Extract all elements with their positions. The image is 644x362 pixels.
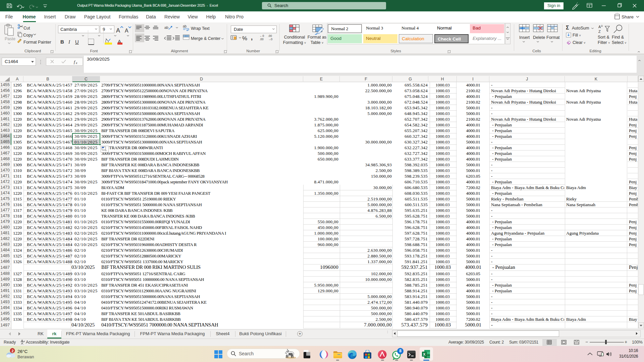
svg-text:A: A xyxy=(116,27,120,34)
svg-text:.00: .00 xyxy=(260,38,264,41)
svg-text:Format Painter: Format Painter xyxy=(23,40,51,45)
svg-text:Cut: Cut xyxy=(23,26,30,31)
svg-text:%: % xyxy=(242,35,247,42)
svg-text:U: U xyxy=(75,39,79,45)
svg-text:ab: ab xyxy=(164,25,168,29)
svg-text:2: 2 xyxy=(11,349,13,353)
svg-text:.00: .00 xyxy=(268,34,272,38)
svg-text:←0: ←0 xyxy=(260,34,264,38)
svg-text:A: A xyxy=(598,25,601,29)
svg-text:Paste: Paste xyxy=(5,37,15,41)
svg-text:ab: ab xyxy=(183,24,187,28)
svg-text:X: X xyxy=(423,352,426,356)
svg-text:A: A xyxy=(125,28,128,34)
svg-text:Share: Share xyxy=(622,14,634,19)
svg-text:x: x xyxy=(75,61,77,65)
svg-text:Z: Z xyxy=(598,29,601,34)
svg-text:I: I xyxy=(68,39,70,45)
svg-text:,: , xyxy=(251,34,253,41)
svg-text:Copy: Copy xyxy=(23,33,33,38)
svg-text:B: B xyxy=(60,39,64,45)
svg-text:→0: →0 xyxy=(268,38,273,41)
